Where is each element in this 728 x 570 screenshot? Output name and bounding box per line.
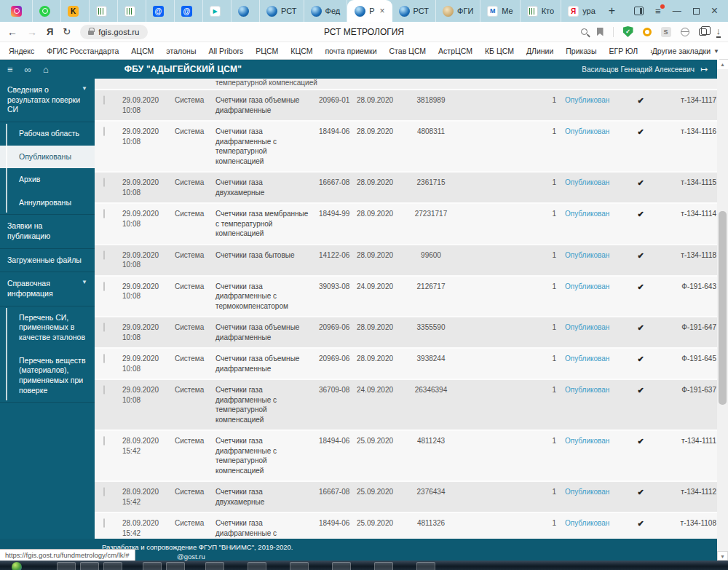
sidebar-item-si-list[interactable]: Перечень СИ, применяемых в качестве этал… [0,306,95,349]
sidebar-item-archive[interactable]: Архив [0,168,95,191]
restore-button[interactable] [693,8,700,15]
other-bookmarks[interactable]: Другие закладки▼ [652,42,719,60]
bookmark-item[interactable]: Став ЦСМ [389,47,427,55]
browser-tab[interactable]: Ме × [480,0,520,22]
taskbar-app-button[interactable] [205,562,224,570]
taskbar-app-button[interactable] [416,562,435,570]
taskbar-app-button[interactable] [374,562,393,570]
taskbar-app-button[interactable] [166,562,185,570]
sidebar-item-annulled[interactable]: Аннулированы [0,191,95,215]
browser-tab[interactable]: ура × [561,0,600,22]
reload-icon[interactable]: ↻ [63,26,71,37]
row-checkbox[interactable] [103,518,105,528]
browser-tab[interactable]: × [61,0,90,22]
taskbar-app-button[interactable] [290,562,309,570]
hamburger-menu-icon[interactable]: ≡ [7,65,13,74]
status-link[interactable]: Опубликован [556,518,619,529]
url-field[interactable]: fgis.gost.ru [80,25,147,39]
protect-shield-icon[interactable]: ✓ [623,26,633,37]
sidebar-item-workspace[interactable]: Рабочая область [0,122,95,146]
browser-tab[interactable]: × [203,0,232,22]
table-row[interactable]: 28.09.2020 15:42 Система Счетчики газа д… [95,482,728,513]
status-link[interactable]: Опубликован [556,209,619,219]
browser-tab[interactable]: × [175,0,203,22]
browser-tab[interactable]: × [146,0,175,22]
table-row[interactable]: 29.09.2020 10:08 Система Счетчики газа б… [95,245,728,277]
tab-close-icon[interactable]: × [380,6,385,16]
logout-icon[interactable]: ↦ [700,64,708,74]
status-link[interactable]: Опубликован [556,250,619,261]
sidebar-item-substances-list[interactable]: Перечень веществ (материалов), применяем… [0,349,95,403]
forward-icon[interactable]: → [27,27,37,37]
browser-tab[interactable]: РСТ × [260,0,304,22]
browser-tab[interactable]: × [90,0,118,22]
browser-tab[interactable]: Р × [347,0,392,22]
coin-extension-icon[interactable] [643,28,652,36]
taskbar-app-button[interactable] [248,562,266,570]
browser-tab[interactable]: ФГИ × [436,0,480,22]
browser-tab[interactable]: × [232,0,260,22]
row-checkbox[interactable] [103,385,105,395]
status-link[interactable]: Опубликован [556,385,619,395]
sidebar-item-published[interactable]: Опубликованы [0,146,95,169]
table-row[interactable]: 29.09.2020 10:08 Система Счетчики газа о… [95,349,728,380]
bookmark-icon[interactable] [597,28,604,36]
sidebar-group-reference-info[interactable]: Справочная информация ▼ [0,272,95,306]
translate-globe-icon[interactable] [681,28,689,36]
download-icon[interactable]: ↓ [716,26,721,38]
yandex-home-icon[interactable]: Я [47,26,53,37]
row-checkbox[interactable] [103,436,105,446]
back-icon[interactable]: ← [7,27,17,37]
row-checkbox[interactable] [103,178,105,187]
bookmark-item[interactable]: ФГИС Росстандарта [47,47,119,55]
bookmark-item[interactable]: КЦСМ [290,47,312,55]
table-row[interactable]: 28.09.2020 15:42 Система Счетчики газа д… [95,431,728,482]
taskbar-app-button[interactable] [103,562,122,570]
bookmark-item[interactable]: ЕГР ЮЛ [609,47,638,55]
taskbar-app-button[interactable] [57,562,76,570]
taskbar-app-button[interactable] [332,562,351,570]
status-link[interactable]: Опубликован [556,127,619,137]
s-extension-icon[interactable]: S [661,27,671,37]
taskbar-app-button[interactable] [143,562,162,570]
table-row[interactable]: 29.09.2020 10:08 Система Счетчики газа м… [95,204,728,245]
table-row[interactable]: 29.09.2020 10:08 Система Счетчики газа д… [95,380,728,431]
browser-tab[interactable]: × [118,0,146,22]
close-button[interactable]: × [711,5,718,17]
row-checkbox[interactable] [103,354,105,363]
status-link[interactable]: Опубликован [556,322,619,333]
sidebar-group-verification-results[interactable]: Сведения о результатах поверки СИ ▼ [0,79,95,122]
table-row[interactable]: 29.09.2020 10:08 Система Счетчики газа о… [95,90,728,122]
row-checkbox[interactable] [103,282,105,291]
scroll-up-icon[interactable]: ▲ [717,60,728,69]
home-icon[interactable]: ⌂ [43,65,49,74]
bookmark-item[interactable]: Яндекс [9,47,34,55]
browser-tab[interactable]: Кто × [521,0,561,22]
row-checkbox[interactable] [103,487,105,496]
bookmark-item[interactable]: АстрЦСМ [438,47,472,55]
taskbar-app-button[interactable] [80,562,99,570]
table-row[interactable]: 29.09.2020 10:08 Система Счетчики газа о… [95,317,728,349]
scroll-down-icon[interactable]: ▼ [717,551,728,561]
search-icon[interactable] [581,28,587,35]
bookmark-item[interactable]: почта приемки [325,47,376,55]
status-link[interactable]: Опубликован [556,178,619,188]
browser-tab[interactable]: РСТ × [392,0,437,22]
row-checkbox[interactable] [103,322,105,332]
bookmark-item[interactable]: РЦСМ [256,47,278,55]
start-button[interactable] [12,562,22,570]
browser-tab[interactable]: Фед × [304,0,348,22]
sidebar-item-publication-requests[interactable]: Заявки на публикацию [0,215,95,248]
status-link[interactable]: Опубликован [556,436,619,446]
row-checkbox[interactable] [103,209,105,218]
status-link[interactable]: Опубликован [556,354,619,364]
bookmark-item[interactable]: ДЛинии [526,47,553,55]
status-link[interactable]: Опубликован [556,95,619,106]
side-panel-icon[interactable] [634,7,644,15]
scrollbar-thumb[interactable] [719,211,727,405]
table-row[interactable]: 29.09.2020 10:08 Система Счетчики газа д… [95,173,728,204]
row-checkbox[interactable] [103,127,105,136]
browser-tab[interactable]: × [4,0,33,22]
status-link[interactable]: Опубликован [556,282,619,292]
binoculars-icon[interactable]: ∞ [25,65,31,74]
